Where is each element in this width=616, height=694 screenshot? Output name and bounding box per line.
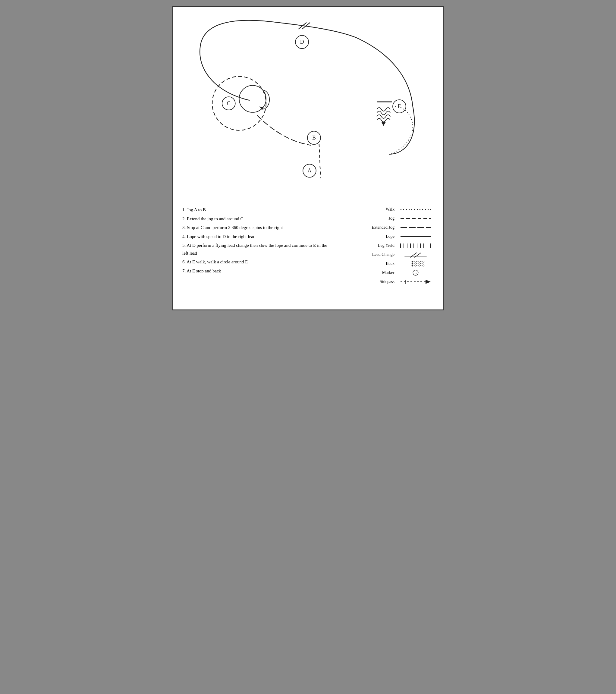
legend-sidepass-label: Sidepass <box>367 279 395 284</box>
legend-back-label: Back <box>367 261 395 266</box>
legend-extended-jog-label: Extended Jog <box>367 225 395 230</box>
svg-text:E: E <box>398 103 401 109</box>
instruction-5: 5. At D perform a flying lead change the… <box>182 242 331 257</box>
legend-lead-change: Lead Change <box>337 251 434 258</box>
legend-lope-label: Lope <box>367 234 395 239</box>
svg-point-0 <box>212 76 266 130</box>
legend-walk-label: Walk <box>367 207 395 212</box>
svg-line-12 <box>320 166 321 178</box>
legend-back: Back <box>337 260 434 267</box>
bottom-section: 1. Jog A to B 2. Extend the jog to and a… <box>173 200 443 293</box>
instruction-7: 7. At E stop and back <box>182 267 331 275</box>
legend-back-symbol <box>398 260 434 267</box>
svg-marker-39 <box>411 264 413 267</box>
svg-text:B: B <box>312 135 316 141</box>
svg-line-11 <box>319 144 320 163</box>
svg-marker-43 <box>425 280 431 284</box>
svg-marker-38 <box>411 263 413 265</box>
legend-sidepass: Sidepass <box>337 278 434 285</box>
legend-sidepass-symbol <box>398 278 434 285</box>
legend-jog-symbol <box>398 215 434 222</box>
svg-text:D: D <box>300 39 304 45</box>
instruction-1: 1. Jog A to B <box>182 206 331 214</box>
instruction-2: 2. Extend the jog to and around C <box>182 215 331 223</box>
instruction-4: 4. Lope with speed to D in the right lea… <box>182 233 331 241</box>
page: C D B A <box>173 6 443 310</box>
instructions-panel: 1. Jog A to B 2. Extend the jog to and a… <box>182 206 331 288</box>
svg-marker-18 <box>381 122 386 126</box>
legend-extended-jog-symbol <box>398 224 434 231</box>
legend-lead-change-label: Lead Change <box>367 252 395 257</box>
legend-marker: Marker B <box>337 269 434 276</box>
legend-lead-change-symbol <box>398 251 434 258</box>
legend-panel: Walk Jog Extended Jog Lope <box>337 206 434 288</box>
instruction-3: 3. Stop at C and perform 2 360 degree sp… <box>182 224 331 232</box>
svg-text:C: C <box>227 101 231 106</box>
legend-walk: Walk <box>337 206 434 213</box>
svg-text:A: A <box>308 167 312 174</box>
legend-jog-label: Jog <box>367 216 395 221</box>
legend-marker-label: Marker <box>367 270 395 275</box>
legend-lope-symbol <box>398 233 434 240</box>
legend-leg-yield: Leg Yield <box>337 242 434 249</box>
svg-marker-37 <box>411 261 413 263</box>
legend-marker-symbol: B <box>398 269 434 276</box>
legend-extended-jog: Extended Jog <box>337 224 434 231</box>
diagram-area: C D B A <box>173 7 443 200</box>
legend-jog: Jog <box>337 215 434 222</box>
legend-lope: Lope <box>337 233 434 240</box>
legend-leg-yield-symbol <box>398 242 434 249</box>
legend-leg-yield-label: Leg Yield <box>367 243 395 248</box>
legend-walk-symbol <box>398 206 434 213</box>
instruction-6: 6. At E walk, walk a circle around E <box>182 258 331 266</box>
svg-text:B: B <box>415 272 416 275</box>
